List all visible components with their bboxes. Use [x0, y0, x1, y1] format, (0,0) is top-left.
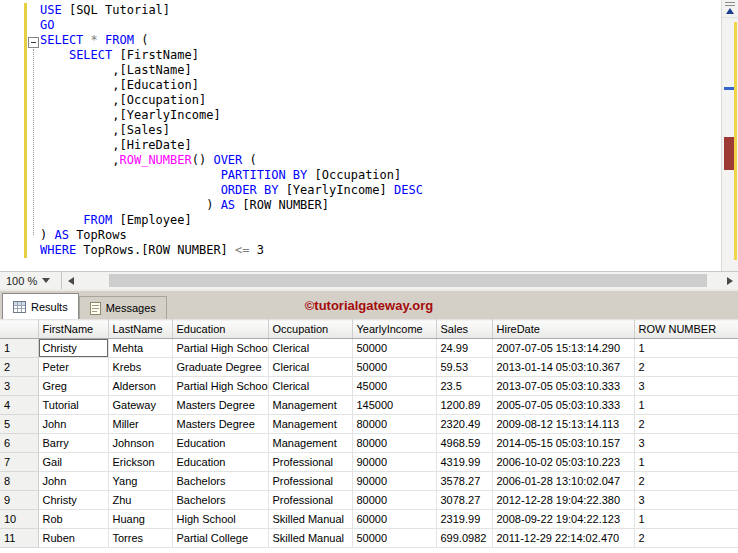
grid-cell[interactable]: Greg [38, 377, 108, 396]
row-header[interactable]: 6 [0, 434, 38, 453]
grid-cell[interactable]: Partial College [172, 529, 268, 548]
grid-cell[interactable]: Management [268, 396, 352, 415]
code-line[interactable]: ,[YearlyIncome] [40, 108, 718, 123]
code-line[interactable]: WHERE TopRows.[ROW NUMBER] <= 3 [40, 243, 718, 258]
code-line[interactable]: ,ROW_NUMBER() OVER ( [40, 153, 718, 168]
grid-cell[interactable]: Ruben [38, 529, 108, 548]
row-header[interactable]: 10 [0, 510, 38, 529]
grid-cell[interactable]: 90000 [352, 453, 436, 472]
grid-cell[interactable]: 60000 [352, 510, 436, 529]
column-header[interactable]: Occupation [268, 320, 352, 339]
grid-cell[interactable]: 145000 [352, 396, 436, 415]
row-header[interactable]: 1 [0, 339, 38, 358]
code-line[interactable]: PARTITION BY [Occupation] [40, 168, 718, 183]
grid-cell[interactable]: Peter [38, 358, 108, 377]
grid-cell[interactable]: Christy [38, 339, 108, 358]
grid-cell[interactable]: 2319.99 [436, 510, 492, 529]
grid-cell[interactable]: Alderson [108, 377, 172, 396]
grid-cell[interactable]: Tutorial [38, 396, 108, 415]
grid-cell[interactable]: Skilled Manual [268, 510, 352, 529]
grid-cell[interactable]: 3078.27 [436, 491, 492, 510]
grid-cell[interactable]: Partial High School [172, 339, 268, 358]
grid-cell[interactable]: Rob [38, 510, 108, 529]
grid-cell[interactable]: 2007-07-05 15:13:14.290 [492, 339, 634, 358]
code-line[interactable]: ,[HireDate] [40, 138, 718, 153]
grid-cell[interactable]: 3 [634, 491, 738, 510]
column-header[interactable]: Education [172, 320, 268, 339]
grid-cell[interactable]: 1200.89 [436, 396, 492, 415]
scroll-right-button[interactable] [721, 272, 738, 289]
row-header[interactable]: 9 [0, 491, 38, 510]
grid-cell[interactable]: Graduate Degree [172, 358, 268, 377]
grid-cell[interactable]: 3 [634, 377, 738, 396]
code-line[interactable]: GO [40, 18, 718, 33]
grid-cell[interactable]: Masters Degree [172, 396, 268, 415]
grid-cell[interactable]: Johnson [108, 434, 172, 453]
grid-cell[interactable]: Miller [108, 415, 172, 434]
code-line[interactable]: USE [SQL Tutorial] [40, 3, 718, 18]
horizontal-scrollbar[interactable] [79, 272, 721, 289]
grid-cell[interactable]: 80000 [352, 491, 436, 510]
grid-cell[interactable]: Management [268, 434, 352, 453]
grid-cell[interactable]: Christy [38, 491, 108, 510]
code-line[interactable]: ORDER BY [YearlyIncome] DESC [40, 183, 718, 198]
grid-cell[interactable]: Management [268, 415, 352, 434]
sql-code[interactable]: USE [SQL Tutorial]GOSELECT * FROM ( SELE… [40, 3, 718, 258]
grid-cell[interactable]: 50000 [352, 339, 436, 358]
grid-cell[interactable]: Clerical [268, 339, 352, 358]
grid-cell[interactable]: 2013-07-05 05:03:10.333 [492, 377, 634, 396]
grid-cell[interactable]: Education [172, 453, 268, 472]
grid-cell[interactable]: Education [172, 434, 268, 453]
row-header[interactable]: 4 [0, 396, 38, 415]
grid-cell[interactable]: 2006-10-02 05:03:10.223 [492, 453, 634, 472]
grid-cell[interactable]: Clerical [268, 377, 352, 396]
code-line[interactable]: ,[Education] [40, 78, 718, 93]
grid-cell[interactable]: Clerical [268, 358, 352, 377]
grid-cell[interactable]: 2005-07-05 05:03:10.333 [492, 396, 634, 415]
grid-cell[interactable]: 90000 [352, 472, 436, 491]
grid-cell[interactable]: 2011-12-29 22:14:02.470 [492, 529, 634, 548]
grid-cell[interactable]: 2006-01-28 13:10:02.047 [492, 472, 634, 491]
collapse-region-icon[interactable] [28, 37, 39, 48]
grid-cell[interactable]: Bachelors [172, 491, 268, 510]
grid-cell[interactable]: Barry [38, 434, 108, 453]
grid-cell[interactable]: 80000 [352, 415, 436, 434]
grid-cell[interactable]: 2 [634, 529, 738, 548]
grid-cell[interactable]: 23.5 [436, 377, 492, 396]
grid-cell[interactable]: 2320.49 [436, 415, 492, 434]
grid-cell[interactable]: 45000 [352, 377, 436, 396]
grid-cell[interactable]: 1 [634, 453, 738, 472]
column-header[interactable]: ROW NUMBER [634, 320, 738, 339]
grid-cell[interactable]: 1 [634, 510, 738, 529]
column-header[interactable]: YearlyIncome [352, 320, 436, 339]
grid-cell[interactable]: 2009-08-12 15:13:14.113 [492, 415, 634, 434]
grid-cell[interactable]: Zhu [108, 491, 172, 510]
grid-cell[interactable]: 50000 [352, 529, 436, 548]
grid-cell[interactable]: Gail [38, 453, 108, 472]
grid-cell[interactable]: 24.99 [436, 339, 492, 358]
grid-cell[interactable]: Torres [108, 529, 172, 548]
row-header[interactable]: 3 [0, 377, 38, 396]
grid-cell[interactable]: 59.53 [436, 358, 492, 377]
code-line[interactable]: ,[Sales] [40, 123, 718, 138]
grid-cell[interactable]: 80000 [352, 434, 436, 453]
grid-cell[interactable]: 2008-09-22 19:04:22.123 [492, 510, 634, 529]
code-line[interactable]: ,[LastName] [40, 63, 718, 78]
scrollbar-up-button[interactable] [722, 0, 738, 18]
grid-cell[interactable]: 1 [634, 396, 738, 415]
grid-cell[interactable]: Partial High School [172, 377, 268, 396]
row-header[interactable]: 2 [0, 358, 38, 377]
zoom-control[interactable]: 100 % [0, 272, 62, 289]
grid-cell[interactable]: 2 [634, 472, 738, 491]
grid-cell[interactable]: Mehta [108, 339, 172, 358]
column-header[interactable]: FirstName [38, 320, 108, 339]
row-header[interactable]: 7 [0, 453, 38, 472]
vertical-scrollbar[interactable] [721, 0, 738, 271]
grid-cell[interactable]: Skilled Manual [268, 529, 352, 548]
grid-cell[interactable]: Professional [268, 491, 352, 510]
grid-cell[interactable]: 2012-12-28 19:04:22.380 [492, 491, 634, 510]
code-line[interactable]: SELECT * FROM ( [40, 33, 718, 48]
row-header[interactable]: 5 [0, 415, 38, 434]
grid-cell[interactable]: Masters Degree [172, 415, 268, 434]
grid-cell[interactable]: Bachelors [172, 472, 268, 491]
